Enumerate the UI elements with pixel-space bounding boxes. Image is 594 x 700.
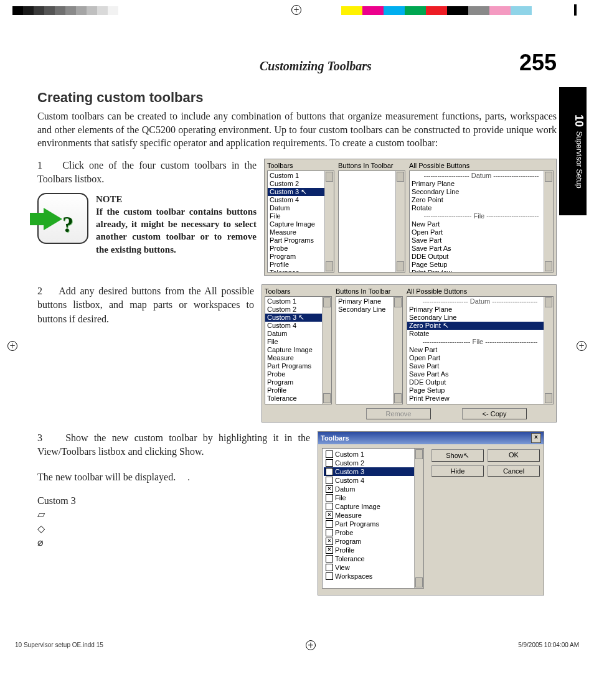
list-item[interactable]: New Part [407,346,553,354]
checkbox-icon[interactable] [326,459,333,467]
toolbar-panel-2: Toolbars Custom 1Custom 2Custom 3 ↖Custo… [262,284,557,422]
checklist-item[interactable]: Part Programs [324,520,422,528]
checkbox-icon[interactable] [326,468,333,475]
remove-button[interactable]: Remove [366,408,431,419]
list-item: --------------------- File -------------… [410,212,553,220]
checklist-item[interactable]: Custom 4 [324,476,422,485]
copy-button[interactable]: <- Copy [462,408,527,419]
list-item[interactable]: Secondary Line [410,188,553,196]
step-number: 1 [37,160,42,170]
checklist-item[interactable]: Workspaces [324,572,422,581]
list-item[interactable]: Page Setup [407,386,553,394]
checkbox-icon[interactable]: × [326,546,333,554]
list-item[interactable]: Save Part As [410,245,553,253]
note-icon: ? [37,193,88,244]
show-button[interactable]: Show↖ [431,449,484,462]
list-item[interactable]: Open Part [410,228,553,236]
checkbox-icon[interactable] [326,520,333,528]
list-item[interactable]: Primary Plane [407,306,553,314]
checkbox-icon[interactable] [326,555,333,562]
list-item[interactable]: Page Setup [410,261,553,269]
list-item[interactable]: DDE Output [410,253,553,261]
checklist-item[interactable]: Custom 3 [324,467,422,476]
toolbar-icon[interactable]: ▱ [37,508,310,521]
checkbox-icon[interactable] [326,477,333,484]
step-text: Click one of the four custom toolbars in… [37,160,257,184]
checkbox-icon[interactable] [326,494,333,502]
checklist-item[interactable]: File [324,493,422,502]
list-item[interactable]: Primary Plane [410,180,553,188]
list-item[interactable]: Print Preview [410,269,553,273]
step-1: 1 Click one of the four custom toolbars … [37,159,257,267]
toolbars-dialog: Toolbars × Custom 1Custom 2Custom 3Custo… [318,431,544,595]
checklist-item[interactable]: ×Profile [324,546,422,554]
checklist-item[interactable]: Custom 1 [324,450,422,459]
checklist-label: Workspaces [335,572,372,581]
checkbox-icon[interactable] [326,503,333,510]
checklist-item[interactable]: ×Program [324,537,422,546]
checklist-label: Custom 2 [335,459,364,467]
list-item[interactable]: DDE Output [407,378,553,386]
side-tab-number: 10 [573,114,585,127]
list-item[interactable]: Zero Point [410,196,553,204]
toolbars-label: Toolbars [265,287,332,295]
list-item[interactable]: New Part [410,220,553,228]
checkbox-icon[interactable] [326,529,333,536]
step-3: 3 Show the new custom toolbar by highlig… [37,431,310,560]
checkbox-icon[interactable]: × [326,485,333,493]
toolbar-icon[interactable]: ⌀ [37,536,310,549]
cancel-button[interactable]: Cancel [488,465,540,477]
toolbars-listbox[interactable]: Custom 1Custom 2Custom 3 ↖Custom 4DatumF… [265,296,332,404]
footer-left: 10 Supervisor setup OE.indd 15 [15,642,103,651]
list-item[interactable]: Save Part As [407,370,553,378]
dialog-title: Toolbars [321,434,349,442]
buttons-in-listbox[interactable] [338,170,405,273]
checklist-item[interactable]: ×Measure [324,511,422,520]
checkbox-icon[interactable]: × [326,538,333,545]
checklist-label: Measure [335,511,362,520]
checkbox-icon[interactable] [326,572,333,580]
arrow-right-icon [44,208,62,230]
all-possible-listbox[interactable]: -------------------- Datum -------------… [407,296,554,404]
toolbar-icon[interactable]: ◇ [37,522,310,536]
toolbars-label: Toolbars [267,162,334,169]
all-possible-listbox[interactable]: -------------------- Datum -------------… [409,170,554,273]
hide-button[interactable]: Hide [431,465,484,477]
close-icon[interactable]: × [531,433,541,443]
buttons-in-listbox[interactable]: Primary PlaneSecondary Line [336,296,403,404]
buttons-in-label: Buttons In Toolbar [338,162,405,169]
list-item[interactable]: Open Part [407,354,553,362]
list-item[interactable]: Zero Point ↖ [407,322,553,330]
ok-button[interactable]: OK [488,449,540,462]
step-text: Show the new custom toolbar by highlight… [37,432,310,457]
checkbox-icon[interactable]: × [326,511,333,519]
toolbars-listbox[interactable]: Custom 1Custom 2Custom 3 ↖Custom 4DatumF… [267,170,334,273]
list-item[interactable]: Secondary Line [407,314,553,322]
checklist-item[interactable]: Tolerance [324,554,422,563]
note-heading: NOTE [96,194,123,204]
step-number: 2 [37,286,42,296]
checklist-item[interactable]: ×Datum [324,485,422,493]
list-item[interactable]: Save Part [407,362,553,370]
list-item: --------------------- File -------------… [407,338,553,346]
checklist-item[interactable]: View [324,563,422,572]
checklist-label: Tolerance [335,554,365,563]
checkbox-icon[interactable] [326,450,333,458]
list-item[interactable]: Rotate [407,330,553,338]
all-possible-label: All Possible Buttons [407,287,554,295]
checklist-label: File [335,493,346,502]
checklist-item[interactable]: Probe [324,528,422,537]
note-text: NOTE If the custom toolbar contains butt… [96,193,257,256]
checklist-item[interactable]: Capture Image [324,502,422,511]
side-tab-label: Supervisor Setup [575,131,583,188]
list-item[interactable]: Print Preview [407,394,553,403]
toolbars-checklist[interactable]: Custom 1Custom 2Custom 3Custom 4×DatumFi… [322,448,424,589]
list-item: -------------------- Datum -------------… [407,297,553,306]
list-item[interactable]: Rotate [410,204,553,212]
dialog-titlebar: Toolbars × [318,432,544,444]
list-item[interactable]: Save Part [410,236,553,245]
side-tab: 10 Supervisor Setup [559,87,587,215]
checklist-item[interactable]: Custom 2 [324,459,422,467]
checkbox-icon[interactable] [326,564,333,571]
list-item[interactable]: Print [407,403,553,404]
